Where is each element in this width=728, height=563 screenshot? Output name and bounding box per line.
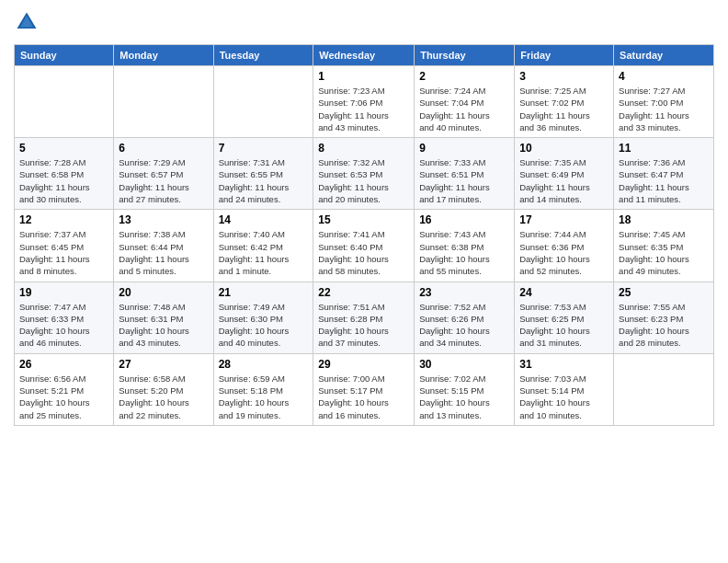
- day-info: Sunrise: 7:33 AM Sunset: 6:51 PM Dayligh…: [419, 156, 509, 205]
- day-number: 3: [519, 70, 609, 83]
- day-info: Sunrise: 7:24 AM Sunset: 7:04 PM Dayligh…: [419, 85, 509, 133]
- day-number: 28: [219, 358, 309, 371]
- day-info: Sunrise: 7:40 AM Sunset: 6:42 PM Dayligh…: [219, 228, 309, 277]
- calendar-cell: 23Sunrise: 7:52 AM Sunset: 6:26 PM Dayli…: [415, 282, 515, 353]
- calendar-cell: 19Sunrise: 7:47 AM Sunset: 6:33 PM Dayli…: [15, 282, 114, 353]
- day-info: Sunrise: 7:29 AM Sunset: 6:57 PM Dayligh…: [119, 156, 208, 205]
- day-info: Sunrise: 7:31 AM Sunset: 6:55 PM Dayligh…: [219, 156, 309, 205]
- calendar-table: SundayMondayTuesdayWednesdayThursdayFrid…: [14, 44, 714, 426]
- day-number: 17: [519, 213, 609, 226]
- day-number: 4: [619, 70, 709, 83]
- weekday-header-sunday: Sunday: [15, 45, 114, 66]
- calendar-cell: 18Sunrise: 7:45 AM Sunset: 6:35 PM Dayli…: [614, 210, 714, 282]
- day-info: Sunrise: 7:02 AM Sunset: 5:15 PM Dayligh…: [419, 373, 509, 421]
- day-info: Sunrise: 7:48 AM Sunset: 6:31 PM Dayligh…: [119, 301, 208, 350]
- day-info: Sunrise: 7:44 AM Sunset: 6:36 PM Dayligh…: [519, 228, 609, 277]
- day-number: 11: [619, 142, 709, 155]
- day-number: 24: [519, 286, 609, 299]
- calendar-cell: 6Sunrise: 7:29 AM Sunset: 6:57 PM Daylig…: [114, 138, 213, 210]
- day-number: 9: [419, 142, 509, 155]
- calendar-cell: 7Sunrise: 7:31 AM Sunset: 6:55 PM Daylig…: [213, 138, 313, 210]
- day-number: 20: [119, 286, 208, 299]
- day-number: 26: [19, 358, 108, 371]
- calendar-week-row: 26Sunrise: 6:56 AM Sunset: 5:21 PM Dayli…: [15, 353, 714, 425]
- calendar-cell: 17Sunrise: 7:44 AM Sunset: 6:36 PM Dayli…: [515, 210, 614, 282]
- header: [14, 9, 714, 35]
- day-number: 27: [119, 358, 208, 371]
- day-number: 31: [519, 358, 609, 371]
- day-number: 14: [219, 213, 309, 226]
- day-number: 22: [318, 286, 409, 299]
- calendar-cell: [114, 66, 213, 138]
- calendar-cell: [614, 353, 714, 425]
- day-number: 15: [318, 213, 409, 226]
- calendar-cell: 26Sunrise: 6:56 AM Sunset: 5:21 PM Dayli…: [15, 353, 114, 425]
- day-number: 12: [19, 213, 108, 226]
- calendar-cell: 10Sunrise: 7:35 AM Sunset: 6:49 PM Dayli…: [515, 138, 614, 210]
- calendar-week-row: 12Sunrise: 7:37 AM Sunset: 6:45 PM Dayli…: [15, 210, 714, 282]
- day-number: 21: [219, 286, 309, 299]
- day-info: Sunrise: 6:56 AM Sunset: 5:21 PM Dayligh…: [19, 373, 108, 421]
- calendar-week-row: 19Sunrise: 7:47 AM Sunset: 6:33 PM Dayli…: [15, 282, 714, 353]
- day-number: 19: [19, 286, 108, 299]
- day-number: 5: [19, 142, 108, 155]
- day-number: 18: [619, 213, 709, 226]
- calendar-cell: 4Sunrise: 7:27 AM Sunset: 7:00 PM Daylig…: [614, 66, 714, 138]
- day-info: Sunrise: 7:37 AM Sunset: 6:45 PM Dayligh…: [19, 228, 108, 277]
- day-info: Sunrise: 7:52 AM Sunset: 6:26 PM Dayligh…: [419, 301, 509, 350]
- calendar-week-row: 1Sunrise: 7:23 AM Sunset: 7:06 PM Daylig…: [15, 66, 714, 138]
- calendar-cell: 2Sunrise: 7:24 AM Sunset: 7:04 PM Daylig…: [415, 66, 515, 138]
- day-info: Sunrise: 7:55 AM Sunset: 6:23 PM Dayligh…: [619, 301, 709, 350]
- day-number: 23: [419, 286, 509, 299]
- day-number: 8: [318, 142, 409, 155]
- day-info: Sunrise: 7:23 AM Sunset: 7:06 PM Dayligh…: [318, 85, 409, 133]
- day-number: 2: [419, 70, 509, 83]
- day-info: Sunrise: 7:45 AM Sunset: 6:35 PM Dayligh…: [619, 228, 709, 277]
- calendar-cell: 16Sunrise: 7:43 AM Sunset: 6:38 PM Dayli…: [415, 210, 515, 282]
- calendar-cell: 12Sunrise: 7:37 AM Sunset: 6:45 PM Dayli…: [15, 210, 114, 282]
- day-info: Sunrise: 7:53 AM Sunset: 6:25 PM Dayligh…: [519, 301, 609, 350]
- calendar-cell: 30Sunrise: 7:02 AM Sunset: 5:15 PM Dayli…: [415, 353, 515, 425]
- day-info: Sunrise: 7:28 AM Sunset: 6:58 PM Dayligh…: [19, 156, 108, 205]
- day-info: Sunrise: 7:49 AM Sunset: 6:30 PM Dayligh…: [219, 301, 309, 350]
- day-number: 7: [219, 142, 309, 155]
- day-number: 30: [419, 358, 509, 371]
- calendar-cell: 9Sunrise: 7:33 AM Sunset: 6:51 PM Daylig…: [415, 138, 515, 210]
- day-info: Sunrise: 7:00 AM Sunset: 5:17 PM Dayligh…: [318, 373, 409, 421]
- calendar-cell: 20Sunrise: 7:48 AM Sunset: 6:31 PM Dayli…: [114, 282, 213, 353]
- day-number: 10: [519, 142, 609, 155]
- calendar-cell: 1Sunrise: 7:23 AM Sunset: 7:06 PM Daylig…: [313, 66, 415, 138]
- day-info: Sunrise: 7:03 AM Sunset: 5:14 PM Dayligh…: [519, 373, 609, 421]
- calendar-cell: [213, 66, 313, 138]
- day-info: Sunrise: 7:41 AM Sunset: 6:40 PM Dayligh…: [318, 228, 409, 277]
- calendar-cell: 21Sunrise: 7:49 AM Sunset: 6:30 PM Dayli…: [213, 282, 313, 353]
- day-info: Sunrise: 7:25 AM Sunset: 7:02 PM Dayligh…: [519, 85, 609, 133]
- weekday-header-monday: Monday: [114, 45, 213, 66]
- calendar-cell: 25Sunrise: 7:55 AM Sunset: 6:23 PM Dayli…: [614, 282, 714, 353]
- weekday-header-row: SundayMondayTuesdayWednesdayThursdayFrid…: [15, 45, 714, 66]
- day-info: Sunrise: 6:59 AM Sunset: 5:18 PM Dayligh…: [219, 373, 309, 421]
- weekday-header-tuesday: Tuesday: [213, 45, 313, 66]
- calendar-cell: 31Sunrise: 7:03 AM Sunset: 5:14 PM Dayli…: [515, 353, 614, 425]
- day-info: Sunrise: 7:38 AM Sunset: 6:44 PM Dayligh…: [119, 228, 208, 277]
- day-info: Sunrise: 7:43 AM Sunset: 6:38 PM Dayligh…: [419, 228, 509, 277]
- day-number: 16: [419, 213, 509, 226]
- calendar-cell: 8Sunrise: 7:32 AM Sunset: 6:53 PM Daylig…: [313, 138, 415, 210]
- calendar-cell: 15Sunrise: 7:41 AM Sunset: 6:40 PM Dayli…: [313, 210, 415, 282]
- day-info: Sunrise: 7:51 AM Sunset: 6:28 PM Dayligh…: [318, 301, 409, 350]
- day-number: 29: [318, 358, 409, 371]
- calendar-week-row: 5Sunrise: 7:28 AM Sunset: 6:58 PM Daylig…: [15, 138, 714, 210]
- calendar-cell: 28Sunrise: 6:59 AM Sunset: 5:18 PM Dayli…: [213, 353, 313, 425]
- calendar-body: 1Sunrise: 7:23 AM Sunset: 7:06 PM Daylig…: [15, 66, 714, 426]
- calendar-cell: 3Sunrise: 7:25 AM Sunset: 7:02 PM Daylig…: [515, 66, 614, 138]
- page: SundayMondayTuesdayWednesdayThursdayFrid…: [0, 0, 728, 435]
- weekday-header-wednesday: Wednesday: [313, 45, 415, 66]
- weekday-header-thursday: Thursday: [415, 45, 515, 66]
- day-info: Sunrise: 7:32 AM Sunset: 6:53 PM Dayligh…: [318, 156, 409, 205]
- day-number: 25: [619, 286, 709, 299]
- logo: [14, 9, 43, 35]
- day-info: Sunrise: 7:35 AM Sunset: 6:49 PM Dayligh…: [519, 156, 609, 205]
- calendar-cell: 5Sunrise: 7:28 AM Sunset: 6:58 PM Daylig…: [15, 138, 114, 210]
- day-number: 13: [119, 213, 208, 226]
- weekday-header-saturday: Saturday: [614, 45, 714, 66]
